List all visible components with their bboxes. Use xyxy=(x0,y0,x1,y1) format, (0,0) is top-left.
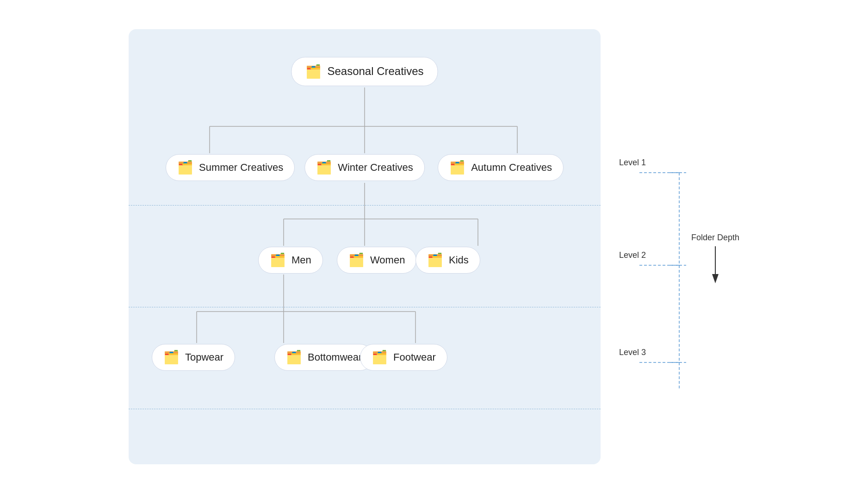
node-root: 🗂️ Seasonal Creatives xyxy=(291,57,438,86)
level-2-label: Level 2 xyxy=(619,250,646,260)
winter-folder-label: Winter Creatives xyxy=(338,162,413,174)
bottomwear-folder-icon: 🗂️ xyxy=(286,351,302,364)
men-folder-icon: 🗂️ xyxy=(270,254,286,267)
bottomwear-folder-label: Bottomwear xyxy=(308,351,362,363)
root-folder-label: Seasonal Creatives xyxy=(327,65,423,78)
node-winter[interactable]: 🗂️ Winter Creatives xyxy=(304,154,425,181)
legend-sidebar: Level 1 Level 2 Level 3 Folder Depth xyxy=(619,29,739,418)
footwear-folder-label: Footwear xyxy=(393,351,436,363)
svg-marker-23 xyxy=(712,274,719,283)
topwear-folder-label: Topwear xyxy=(185,351,223,363)
women-folder-label: Women xyxy=(370,254,405,266)
node-autumn[interactable]: 🗂️ Autumn Creatives xyxy=(438,154,564,181)
diagram-container: 🗂️ Seasonal Creatives 🗂️ Summer Creative… xyxy=(129,29,601,464)
winter-folder-icon: 🗂️ xyxy=(316,161,332,174)
women-folder-icon: 🗂️ xyxy=(348,254,365,267)
legend-svg xyxy=(619,38,739,418)
footwear-folder-icon: 🗂️ xyxy=(372,351,388,364)
level-3-label: Level 3 xyxy=(619,348,646,357)
node-women[interactable]: 🗂️ Women xyxy=(337,247,416,274)
summer-folder-label: Summer Creatives xyxy=(199,162,283,174)
node-men[interactable]: 🗂️ Men xyxy=(258,247,323,274)
divider-level3 xyxy=(129,409,601,409)
node-bottomwear[interactable]: 🗂️ Bottomwear xyxy=(274,344,373,371)
node-summer[interactable]: 🗂️ Summer Creatives xyxy=(166,154,295,181)
summer-folder-icon: 🗂️ xyxy=(177,161,193,174)
autumn-folder-icon: 🗂️ xyxy=(449,161,465,174)
folder-depth-label: Folder Depth xyxy=(691,233,739,243)
kids-folder-label: Kids xyxy=(449,254,469,266)
node-footwear[interactable]: 🗂️ Footwear xyxy=(360,344,447,371)
men-folder-label: Men xyxy=(291,254,311,266)
node-topwear[interactable]: 🗂️ Topwear xyxy=(152,344,235,371)
kids-folder-icon: 🗂️ xyxy=(427,254,443,267)
autumn-folder-label: Autumn Creatives xyxy=(471,162,552,174)
topwear-folder-icon: 🗂️ xyxy=(163,351,180,364)
page-wrapper: 🗂️ Seasonal Creatives 🗂️ Summer Creative… xyxy=(110,11,758,483)
root-folder-icon: 🗂️ xyxy=(305,64,322,79)
arrow-down-icon xyxy=(710,246,721,283)
node-kids[interactable]: 🗂️ Kids xyxy=(415,247,480,274)
divider-level2 xyxy=(129,307,601,307)
divider-level1 xyxy=(129,205,601,206)
level-1-label: Level 1 xyxy=(619,158,646,168)
